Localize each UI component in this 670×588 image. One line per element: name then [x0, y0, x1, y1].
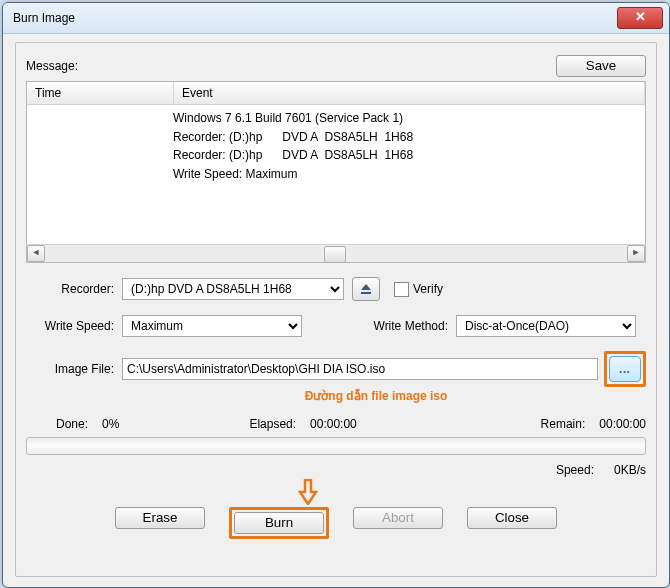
annotation-arrow [26, 481, 646, 505]
save-button[interactable]: Save [556, 55, 646, 77]
window-title: Burn Image [13, 11, 617, 25]
svg-rect-1 [361, 292, 371, 294]
scroll-track[interactable] [45, 246, 627, 261]
image-file-label: Image File: [26, 362, 122, 376]
recorder-label: Recorder: [26, 282, 122, 296]
svg-marker-0 [361, 284, 371, 290]
browse-button[interactable]: … [609, 356, 641, 382]
burn-button[interactable]: Burn [234, 512, 324, 534]
event-row: Write Speed: Maximum [173, 165, 645, 184]
close-button[interactable]: Close [467, 507, 557, 529]
verify-label: Verify [413, 282, 443, 296]
eject-button[interactable] [352, 277, 380, 301]
erase-button[interactable]: Erase [115, 507, 205, 529]
listview-scrollbar[interactable]: ◄ ► [27, 244, 645, 262]
speed-value: 0KB/s [614, 463, 646, 477]
listview-header: Time Event [27, 82, 645, 105]
main-panel: Message: Save Time Event Windows 7 6.1 B… [15, 42, 657, 577]
event-row: Recorder: (D:)hp DVD A DS8A5LH 1H68 [173, 146, 645, 165]
progress-bar [26, 437, 646, 455]
column-header-event[interactable]: Event [174, 82, 645, 104]
scroll-left-icon[interactable]: ◄ [27, 245, 45, 262]
column-header-time[interactable]: Time [27, 82, 174, 104]
message-listview: Time Event Windows 7 6.1 Build 7601 (Ser… [26, 81, 646, 263]
elapsed-value: 00:00:00 [310, 417, 357, 431]
write-method-label: Write Method: [356, 319, 456, 333]
recorder-select[interactable]: (D:)hp DVD A DS8A5LH 1H68 [122, 278, 344, 300]
write-method-select[interactable]: Disc-at-Once(DAO) [456, 315, 636, 337]
write-speed-select[interactable]: Maximum [122, 315, 302, 337]
image-file-input[interactable] [122, 358, 598, 380]
event-row: Windows 7 6.1 Build 7601 (Service Pack 1… [173, 109, 645, 128]
listview-body: Windows 7 6.1 Build 7601 (Service Pack 1… [27, 105, 645, 244]
event-row: Recorder: (D:)hp DVD A DS8A5LH 1H68 [173, 128, 645, 147]
eject-icon [359, 282, 373, 296]
elapsed-label: Elapsed: [249, 417, 296, 431]
write-speed-label: Write Speed: [26, 319, 122, 333]
speed-label: Speed: [556, 463, 594, 477]
titlebar[interactable]: Burn Image ✕ [3, 3, 669, 34]
remain-label: Remain: [541, 417, 586, 431]
done-value: 0% [102, 417, 119, 431]
remain-value: 00:00:00 [599, 417, 646, 431]
annotation-text: Đường dẫn file image iso [26, 389, 646, 403]
abort-button: Abort [353, 507, 443, 529]
scroll-thumb[interactable] [324, 246, 346, 263]
message-label: Message: [26, 59, 78, 73]
window-close-button[interactable]: ✕ [617, 7, 663, 29]
burn-highlight: Burn [229, 507, 329, 539]
verify-checkbox[interactable] [394, 282, 409, 297]
scroll-right-icon[interactable]: ► [627, 245, 645, 262]
done-label: Done: [56, 417, 88, 431]
burn-image-window: Burn Image ✕ Message: Save Time Event Wi… [2, 2, 670, 588]
browse-highlight: … [604, 351, 646, 387]
arrow-down-icon [297, 479, 319, 505]
